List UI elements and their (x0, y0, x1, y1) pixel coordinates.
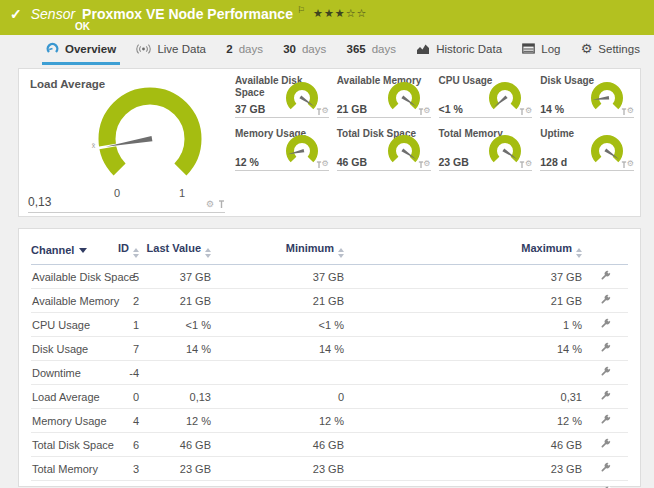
mini-gauge-cell: Available Memory21 GB⚙ (337, 74, 433, 118)
cell-maximum: 128 d (344, 481, 582, 488)
cell-id: 8 (87, 481, 139, 488)
sensor-header: ✓ SensorProxmox VE Node Performance⚐★★★☆… (0, 0, 654, 35)
stars-filled: ★★★ (313, 7, 346, 19)
tab-settings[interactable]: ⚙ Settings (577, 35, 644, 65)
cell-id: 7 (87, 337, 139, 361)
channel-settings-gear-icon[interactable]: ⚙ (525, 107, 532, 115)
table-row[interactable]: Load Average00,1300,31 (31, 385, 628, 409)
wrench-icon[interactable] (599, 317, 612, 330)
tab-30-days[interactable]: 30 days (279, 35, 330, 65)
pin-icon[interactable] (316, 161, 322, 169)
channels-panel: Channel ID Last Value Minimum Maximum Av… (18, 228, 641, 487)
mini-gauge-footer: <1 %⚙ (439, 103, 533, 118)
wrench-icon[interactable] (599, 389, 612, 402)
cell-settings (582, 361, 628, 385)
table-row[interactable]: Downtime-4 (31, 361, 628, 385)
wrench-icon[interactable] (599, 461, 612, 474)
channel-settings-gear-icon[interactable]: ⚙ (525, 160, 532, 168)
cell-maximum: 1 % (344, 313, 582, 337)
cell-settings (582, 481, 628, 488)
cell-minimum: 128 d (211, 481, 344, 488)
column-header-last-value[interactable]: Last Value (139, 235, 211, 265)
cell-maximum: 46 GB (344, 433, 582, 457)
column-header-settings (582, 235, 628, 265)
tab-label: days (239, 43, 263, 55)
tab-label: Log (541, 43, 560, 55)
mini-gauge-value: 37 GB (235, 103, 265, 115)
table-row[interactable]: Total Disk Space646 GB46 GB46 GB (31, 433, 628, 457)
cell-maximum: 0,31 (344, 385, 582, 409)
wrench-icon[interactable] (599, 413, 612, 426)
pin-icon[interactable] (621, 108, 627, 116)
cell-last-value (139, 361, 211, 385)
sensor-status-badge: OK (75, 21, 90, 32)
priority-flag-icon[interactable]: ⚐ (297, 5, 305, 15)
channel-settings-gear-icon[interactable]: ⚙ (423, 160, 430, 168)
cell-last-value: 37 GB (139, 265, 211, 289)
column-header-minimum[interactable]: Minimum (211, 235, 344, 265)
table-row[interactable]: Total Memory323 GB23 GB23 GB (31, 457, 628, 481)
cell-id: 1 (87, 313, 139, 337)
main-gauge-value: 0,13 (28, 195, 51, 209)
tab-365-days[interactable]: 365 days (342, 35, 399, 65)
mini-gauge-footer: 37 GB⚙ (235, 103, 329, 118)
column-header-channel[interactable]: Channel (31, 235, 87, 265)
cell-last-value: 23 GB (139, 457, 211, 481)
mini-gauge-cell: Uptime128 d⚙ (540, 127, 636, 171)
tab-2-days[interactable]: 2 days (222, 35, 267, 65)
gauge-cell-icons: ⚙ (525, 160, 532, 168)
channel-settings-gear-icon[interactable]: ⚙ (627, 160, 634, 168)
mini-gauges-grid: Available Disk Space37 GB⚙Available Memo… (232, 69, 640, 216)
cell-channel: Disk Usage (31, 337, 87, 361)
pin-icon[interactable] (519, 161, 525, 169)
sensor-title-block: SensorProxmox VE Node Performance⚐★★★☆☆ (31, 5, 368, 22)
pin-icon[interactable] (418, 161, 424, 169)
channel-settings-gear-icon[interactable]: ⚙ (322, 107, 329, 115)
tab-log[interactable]: Log (518, 35, 564, 65)
wrench-icon[interactable] (599, 341, 612, 354)
gear-icon: ⚙ (581, 42, 593, 55)
tab-label: Live Data (157, 43, 206, 55)
gauge-cell-icons: ⚙ (627, 160, 634, 168)
table-row[interactable]: Uptime8128 d128 d128 d (31, 481, 628, 488)
pin-icon[interactable] (519, 108, 525, 116)
pin-icon[interactable] (621, 161, 627, 169)
tab-label: days (302, 43, 326, 55)
table-row[interactable]: Available Disk Space537 GB37 GB37 GB (31, 265, 628, 289)
wrench-icon[interactable] (599, 365, 612, 378)
stars-empty: ☆☆ (346, 7, 368, 19)
cell-last-value: <1 % (139, 313, 211, 337)
wrench-icon[interactable] (599, 269, 612, 282)
cell-last-value: 46 GB (139, 433, 211, 457)
column-header-maximum[interactable]: Maximum (344, 235, 582, 265)
table-row[interactable]: CPU Usage1<1 %<1 %1 % (31, 313, 628, 337)
table-row[interactable]: Disk Usage714 %14 %14 % (31, 337, 628, 361)
cell-maximum: 23 GB (344, 457, 582, 481)
channel-settings-gear-icon[interactable]: ⚙ (322, 160, 329, 168)
tab-historic-data[interactable]: Historic Data (412, 35, 506, 65)
cell-settings (582, 385, 628, 409)
channel-settings-gear-icon[interactable]: ⚙ (627, 107, 634, 115)
favorite-star-rating[interactable]: ★★★☆☆ (313, 7, 367, 19)
column-header-id[interactable]: ID (87, 235, 139, 265)
tab-live-data[interactable]: Live Data (132, 35, 210, 65)
cell-settings (582, 289, 628, 313)
cell-minimum: 12 % (211, 409, 344, 433)
table-row[interactable]: Memory Usage412 %12 %12 % (31, 409, 628, 433)
mini-gauge-value: 21 GB (337, 103, 367, 115)
tab-label-number: 30 (283, 43, 296, 55)
cell-settings (582, 313, 628, 337)
table-row[interactable]: Available Memory221 GB21 GB21 GB (31, 289, 628, 313)
ok-check-icon: ✓ (10, 6, 22, 22)
channel-settings-gear-icon[interactable]: ⚙ (206, 200, 214, 209)
mini-gauge-cell: Memory Usage12 %⚙ (235, 127, 331, 171)
antenna-icon (136, 43, 151, 55)
pin-icon[interactable] (218, 200, 225, 209)
channel-settings-gear-icon[interactable]: ⚙ (423, 107, 430, 115)
wrench-icon[interactable] (599, 293, 612, 306)
wrench-icon[interactable] (599, 437, 612, 450)
pin-icon[interactable] (316, 108, 322, 116)
pin-icon[interactable] (418, 108, 424, 116)
page-content: Load Average x̄ 0 1 0,13 ⚙ Available Dis… (0, 65, 654, 487)
tab-overview[interactable]: Overview (42, 35, 120, 65)
